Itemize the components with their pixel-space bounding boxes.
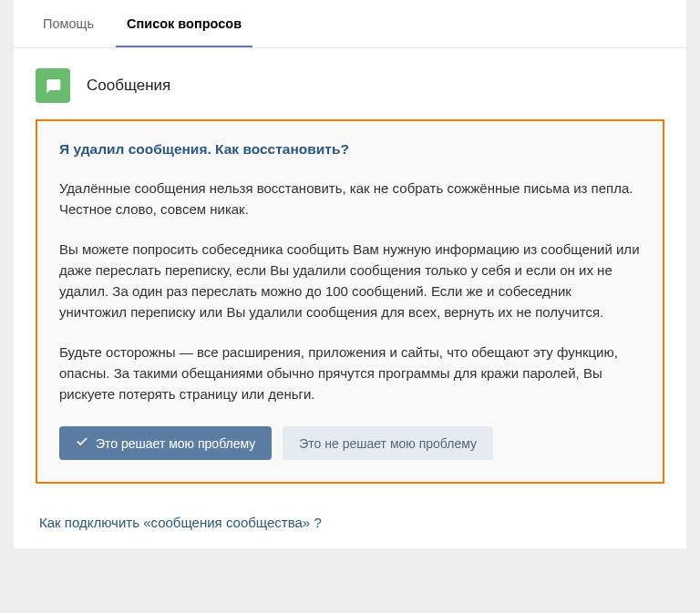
tab-help[interactable]: Помощь	[32, 0, 105, 47]
answer-text: Удалённые сообщения нельзя восстановить,…	[59, 178, 641, 404]
tabs-bar: Помощь Список вопросов	[14, 0, 686, 48]
button-row: Это решает мою проблему Это не решает мо…	[59, 426, 641, 460]
answer-paragraph: Удалённые сообщения нельзя восстановить,…	[59, 178, 641, 220]
question-title: Я удалил сообщения. Как восстановить?	[59, 141, 641, 158]
section-header: Сообщения	[14, 48, 686, 119]
question-box: Я удалил сообщения. Как восстановить? Уд…	[36, 119, 664, 484]
not-solves-button[interactable]: Это не решает мою проблему	[283, 426, 493, 460]
solves-button-label: Это решает мою проблему	[96, 436, 255, 451]
tab-questions[interactable]: Список вопросов	[116, 0, 252, 47]
not-solves-button-label: Это не решает мою проблему	[299, 436, 477, 451]
answer-paragraph: Вы можете попросить собеседника сообщить…	[59, 239, 641, 323]
check-icon	[76, 435, 88, 451]
section-title: Сообщения	[87, 77, 170, 95]
related-question-link[interactable]: Как подключить «сообщения сообщества» ?	[14, 502, 686, 548]
answer-paragraph: Будьте осторожны — все расширения, прило…	[59, 342, 641, 405]
messages-icon	[36, 68, 70, 103]
solves-button[interactable]: Это решает мою проблему	[59, 426, 272, 460]
main-container: Помощь Список вопросов Сообщения Я удали…	[14, 0, 686, 548]
